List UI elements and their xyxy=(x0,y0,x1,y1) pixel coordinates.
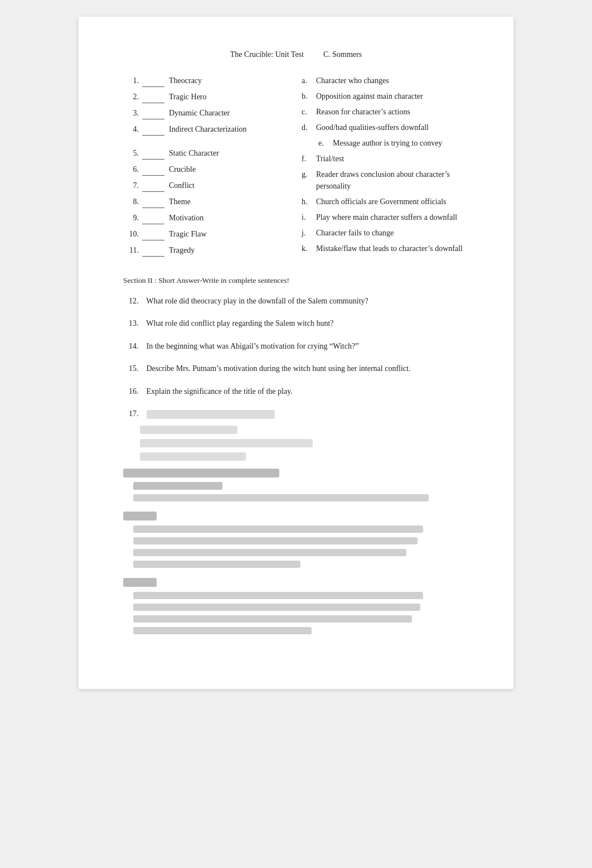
blurred-text xyxy=(133,537,418,544)
list-item: 9. Motivation xyxy=(123,212,285,224)
right-item: j. Character fails to change xyxy=(302,227,469,239)
answer-blank[interactable] xyxy=(142,180,164,192)
matching-section: 1. Theocracy 2. Tragic Hero 3. Dynamic C… xyxy=(123,75,469,261)
blurred-essay-section-2 xyxy=(123,512,469,568)
right-item: d. Good/bad qualities-suffers downfall xyxy=(302,122,469,133)
blurred-text xyxy=(147,410,275,419)
item-label: Reader draws conclusion about character’… xyxy=(316,168,469,192)
item-label: Tragic Flaw xyxy=(169,228,207,240)
answer-blank[interactable] xyxy=(142,228,164,240)
blurred-text xyxy=(133,604,420,611)
right-item: a. Character who changes xyxy=(302,75,469,86)
blurred-essay-section xyxy=(123,469,469,501)
teacher-name: C. Sommers xyxy=(323,50,362,59)
item-num: 4. xyxy=(123,123,139,135)
item-num: 6. xyxy=(123,163,139,175)
item-letter: c. xyxy=(302,106,313,118)
answer-blank[interactable] xyxy=(142,75,164,87)
blurred-text xyxy=(133,482,222,490)
blurred-line xyxy=(129,426,469,434)
item-label: Mistake/flaw that leads to character’s d… xyxy=(316,243,463,254)
item-num: 3. xyxy=(123,107,139,119)
answer-blank[interactable] xyxy=(142,196,164,208)
short-answer-item: 13. What role did conflict play regardin… xyxy=(123,317,469,330)
item-letter: j. xyxy=(302,227,313,239)
item-letter: g. xyxy=(302,168,313,180)
question-num: 17. xyxy=(129,408,144,420)
blurred-label xyxy=(123,512,157,520)
item-label: Theme xyxy=(169,196,191,208)
list-item: 1. Theocracy xyxy=(123,75,285,87)
answer-blank[interactable] xyxy=(142,91,164,103)
list-item: 6. Crucible xyxy=(123,163,285,176)
answer-blank[interactable] xyxy=(142,107,164,119)
list-item: 5. Static Character xyxy=(123,147,285,160)
item-num: 1. xyxy=(123,75,139,86)
item-label: Motivation xyxy=(169,212,203,224)
answer-blank[interactable] xyxy=(142,123,164,136)
item-label: Trial/test xyxy=(316,153,344,165)
question-text: In the beginning what was Abigail’s moti… xyxy=(147,342,359,350)
item-label: Church officials are Government official… xyxy=(316,196,447,208)
question-num: 16. xyxy=(129,385,144,398)
item-num: 10. xyxy=(123,228,139,240)
blurred-text xyxy=(133,494,429,501)
section2-title: Section II : Short Answer-Write in compl… xyxy=(123,276,289,284)
answer-blank[interactable] xyxy=(142,212,164,224)
right-item: h. Church officials are Government offic… xyxy=(302,196,469,208)
item-letter: f. xyxy=(302,153,313,165)
item-label: Good/bad qualities-suffers downfall xyxy=(316,122,429,133)
blurred-text xyxy=(140,439,313,447)
question-num: 15. xyxy=(129,363,144,375)
item-num: 8. xyxy=(123,196,139,208)
blurred-text xyxy=(133,561,300,568)
blurred-line xyxy=(129,439,469,447)
right-item: b. Opposition against main character xyxy=(302,90,469,102)
list-item: 2. Tragic Hero xyxy=(123,91,285,103)
item-label: Conflict xyxy=(169,180,195,191)
list-item: 11. Tragedy xyxy=(123,244,285,257)
blurred-text xyxy=(140,426,237,434)
right-item: e. Message author is trying to convey xyxy=(302,137,469,149)
section2-header: Section II : Short Answer-Write in compl… xyxy=(123,276,469,285)
right-column: a. Character who changes b. Opposition a… xyxy=(296,75,469,261)
left-column: 1. Theocracy 2. Tragic Hero 3. Dynamic C… xyxy=(123,75,296,261)
blurred-heading xyxy=(123,469,279,478)
answer-blank[interactable] xyxy=(142,147,164,160)
item-letter: d. xyxy=(302,122,313,133)
right-item: i. Play where main character suffers a d… xyxy=(302,211,469,223)
answer-blank[interactable] xyxy=(142,163,164,176)
question-text: What role did conflict play regarding th… xyxy=(146,319,333,327)
right-item: c. Reason for character’s actions xyxy=(302,106,469,118)
question-text: What role did theocracy play in the down… xyxy=(146,297,368,305)
blurred-essay-section-3 xyxy=(123,578,469,634)
item-label: Tragedy xyxy=(169,244,195,256)
short-answer-item-blurred: 17. xyxy=(123,408,469,420)
right-item: f. Trial/test xyxy=(302,153,469,165)
blurred-line xyxy=(129,452,469,461)
item-letter: a. xyxy=(302,75,313,86)
short-answer-item: 16. Explain the significance of the titl… xyxy=(123,385,469,398)
item-label: Play where main character suffers a down… xyxy=(316,211,457,223)
blurred-text xyxy=(133,549,406,556)
blurred-text xyxy=(133,615,412,623)
answer-blank[interactable] xyxy=(142,244,164,257)
short-answer-item: 15. Describe Mrs. Putnam’s motivation du… xyxy=(123,363,469,375)
item-letter: h. xyxy=(302,196,313,208)
item-label: Theocracy xyxy=(169,75,202,86)
item-label: Dynamic Character xyxy=(169,107,230,119)
list-item: 4. Indirect Characterization xyxy=(123,123,285,136)
item-letter: k. xyxy=(302,243,313,254)
question-num: 13. xyxy=(129,317,144,330)
blurred-text xyxy=(133,525,423,533)
blurred-text xyxy=(133,592,423,599)
item-num: 2. xyxy=(123,91,139,103)
item-letter: e. xyxy=(318,137,329,149)
page-header: The Crucible: Unit Test C. Sommers xyxy=(123,50,469,59)
page-title: The Crucible: Unit Test xyxy=(230,50,304,59)
list-item: 7. Conflict xyxy=(123,180,285,192)
question-text: Describe Mrs. Putnam’s motivation during… xyxy=(147,364,411,373)
item-label: Character fails to change xyxy=(316,227,394,239)
list-item: 10. Tragic Flaw xyxy=(123,228,285,240)
item-label: Crucible xyxy=(169,163,196,175)
